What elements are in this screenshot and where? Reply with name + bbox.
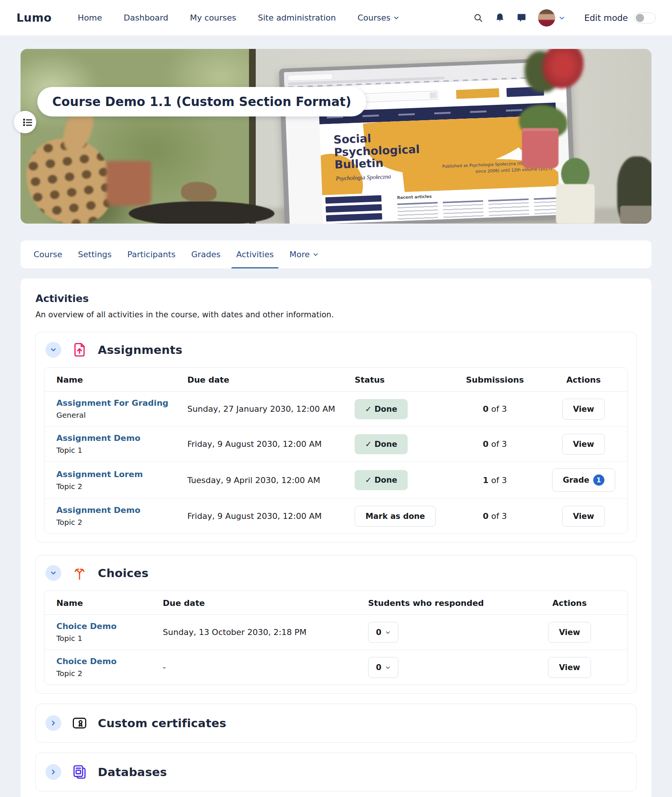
messages-icon[interactable] <box>516 13 527 23</box>
view-button[interactable]: View <box>548 657 591 678</box>
certificate-icon <box>71 714 88 732</box>
tab-participants[interactable]: Participants <box>120 240 183 269</box>
activity-name-link[interactable]: Assignment For Grading <box>56 398 168 408</box>
col-due-date: Due date <box>163 591 368 615</box>
primary-nav: Home Dashboard My courses Site administr… <box>78 13 399 22</box>
view-button[interactable]: View <box>562 398 605 419</box>
grade-button[interactable]: Grade1 <box>552 469 615 491</box>
expand-custom-certificates-button[interactable] <box>46 715 61 731</box>
due-date: Tuesday, 9 April 2030, 12:00 AM <box>187 475 320 485</box>
activity-topic: Topic 2 <box>56 669 163 678</box>
expand-databases-button[interactable] <box>46 764 61 780</box>
view-button[interactable]: View <box>562 434 605 455</box>
app-logo[interactable]: Lumo <box>16 11 51 24</box>
chevron-right-icon <box>50 719 57 727</box>
course-index-drawer-button[interactable] <box>14 111 36 133</box>
activities-report: Activities An overview of all activities… <box>21 278 651 797</box>
section-title-custom-certificates: Custom certificates <box>98 716 226 730</box>
window-frame <box>249 49 256 224</box>
submissions-count: 1 of 3 <box>483 475 507 485</box>
chevron-down-icon <box>50 346 57 354</box>
col-actions: Actions <box>512 591 627 615</box>
choice-icon <box>71 565 88 582</box>
col-due-date: Due date <box>187 368 355 392</box>
col-name: Name <box>45 591 163 615</box>
search-icon[interactable] <box>473 13 483 23</box>
view-button[interactable]: View <box>562 506 605 527</box>
collapse-choices-button[interactable] <box>46 565 61 581</box>
user-menu-chevron-icon[interactable] <box>559 15 565 21</box>
bowl <box>129 201 274 224</box>
due-date: Friday, 9 August 2030, 12:00 AM <box>187 439 322 449</box>
status-done-badge: ✓ Done <box>355 434 408 454</box>
view-button[interactable]: View <box>548 622 591 643</box>
activity-topic: Topic 2 <box>56 518 187 527</box>
screen-site-title: Social Psychological Bulletin <box>333 129 458 171</box>
page-description: An overview of all activities in the cou… <box>35 310 637 319</box>
section-databases: Databases <box>35 752 637 791</box>
notifications-icon[interactable] <box>494 13 505 23</box>
chevron-down-icon <box>50 569 57 577</box>
navbar-right: Edit mode <box>473 9 656 27</box>
assignment-icon <box>71 341 88 358</box>
activity-topic: Topic 1 <box>56 446 187 455</box>
col-submissions: Submissions <box>450 368 539 392</box>
chevron-right-icon <box>50 768 57 776</box>
activity-topic: Topic 2 <box>56 482 187 491</box>
col-students-responded: Students who responded <box>368 591 512 615</box>
table-row: Assignment Demo Topic 1 Friday, 9 August… <box>45 427 627 462</box>
activity-name-link[interactable]: Assignment Lorem <box>56 470 143 479</box>
table-row: Assignment Lorem Topic 2 Tuesday, 9 Apri… <box>45 462 627 499</box>
tab-more[interactable]: More <box>282 240 326 269</box>
assignments-table: Name Due date Status Submissions Actions… <box>45 368 627 533</box>
chevron-down-icon <box>385 630 390 635</box>
terracotta-pot <box>106 161 151 206</box>
table-row: Choice Demo Topic 2 - 0 View <box>45 650 627 685</box>
activity-topic: General <box>56 411 187 419</box>
table-row: Assignment For Grading General Sunday, 2… <box>45 392 627 427</box>
section-title-assignments: Assignments <box>98 343 182 357</box>
responses-dropdown[interactable]: 0 <box>368 657 398 678</box>
page-title: Activities <box>35 293 637 304</box>
nav-item-home[interactable]: Home <box>78 13 102 22</box>
edit-mode-toggle[interactable] <box>634 12 656 24</box>
status-done-badge: ✓ Done <box>355 399 408 419</box>
course-header-image: gical Social Psychological Bulletin Psyc… <box>21 49 651 224</box>
avatar[interactable] <box>538 9 555 27</box>
section-title-choices: Choices <box>98 566 149 580</box>
collapse-assignments-button[interactable] <box>46 342 61 358</box>
responses-dropdown[interactable]: 0 <box>368 622 398 643</box>
due-date: Sunday, 27 January 2030, 12:00 AM <box>187 404 335 414</box>
screen-recent-articles: Recent articles <box>397 194 432 200</box>
submissions-count: 0 of 3 <box>483 404 507 414</box>
white-pot <box>556 184 595 224</box>
tab-settings[interactable]: Settings <box>70 240 120 269</box>
toggle-knob <box>636 14 644 22</box>
nav-item-dashboard[interactable]: Dashboard <box>123 13 168 22</box>
pink-pot <box>522 128 558 168</box>
status-done-badge: ✓ Done <box>355 470 408 490</box>
nav-item-site-administration[interactable]: Site administration <box>258 13 336 22</box>
col-actions: Actions <box>539 368 627 392</box>
chevron-down-icon <box>313 251 318 257</box>
table-row: Assignment Demo Topic 2 Friday, 9 August… <box>45 499 627 534</box>
needs-grading-count: 1 <box>593 474 605 486</box>
section-title-databases: Databases <box>98 765 167 779</box>
nav-item-courses-menu[interactable]: Courses <box>358 13 399 22</box>
section-custom-certificates: Custom certificates <box>35 704 637 743</box>
edit-mode-label: Edit mode <box>584 13 628 23</box>
activity-topic: Topic 1 <box>56 634 163 643</box>
due-date: - <box>163 663 166 672</box>
tab-course[interactable]: Course <box>26 240 70 269</box>
database-icon <box>71 763 88 781</box>
col-status: Status <box>355 368 450 392</box>
mark-as-done-button[interactable]: Mark as done <box>355 506 436 527</box>
activity-name-link[interactable]: Choice Demo <box>56 621 117 631</box>
nav-item-my-courses[interactable]: My courses <box>190 13 236 22</box>
due-date: Friday, 9 August 2030, 12:00 AM <box>187 511 322 521</box>
activity-name-link[interactable]: Choice Demo <box>56 657 117 666</box>
activity-name-link[interactable]: Assignment Demo <box>56 506 140 515</box>
tab-grades[interactable]: Grades <box>183 240 229 269</box>
tab-activities[interactable]: Activities <box>229 240 282 269</box>
activity-name-link[interactable]: Assignment Demo <box>56 434 140 443</box>
